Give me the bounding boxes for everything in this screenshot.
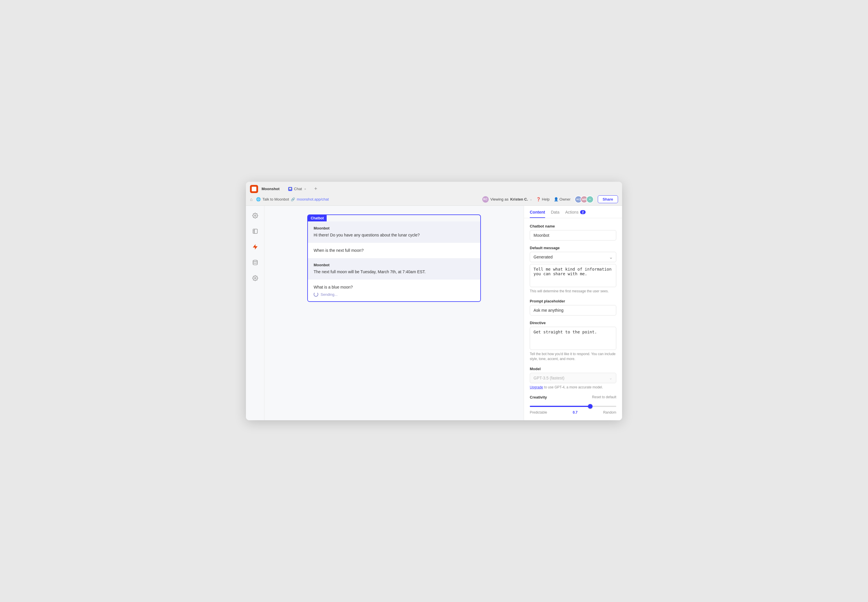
tab-close-button[interactable]: × — [304, 187, 306, 191]
creativity-label: Creativity — [530, 395, 547, 399]
panel-tabs: Content Data Actions 2 — [524, 206, 622, 218]
model-display: GPT-3.5 (fastest) ⌄ — [530, 373, 616, 383]
sidebar-item-database[interactable] — [250, 257, 261, 268]
prompt-placeholder-label: Prompt placeholder — [530, 299, 616, 303]
tab-chat[interactable]: 💬 Chat × — [284, 185, 310, 193]
tab-bar: Moonshot 💬 Chat × + — [250, 185, 618, 193]
message-block-1: Moonbot Hi there! Do you have any questi… — [308, 221, 480, 243]
panel-tab-actions-label: Actions — [565, 210, 578, 215]
model-hint-suffix: to use GPT-4, a more accurate model. — [543, 385, 603, 389]
default-message-textarea[interactable]: Tell me what kind of information you can… — [530, 264, 616, 287]
message-block-2: When is the next full moon? — [308, 243, 480, 258]
tab-new-button[interactable]: + — [312, 185, 320, 193]
avatar-group: KC MR + — [575, 196, 594, 203]
chatbot-name-group: Chatbot name — [530, 224, 616, 241]
message-text-2: When is the next full moon? — [314, 247, 474, 253]
panel-body: Chatbot name Default message Generated C… — [524, 218, 622, 420]
help-label: Help — [542, 197, 550, 201]
breadcrumb: 🌐 Talk to Moonbot 🔗 moonshot.app/chat — [256, 197, 329, 201]
sidebar-item-bolt[interactable] — [250, 242, 261, 252]
default-message-group: Default message Generated Custom ⌄ Tell … — [530, 246, 616, 294]
viewing-as: KC Viewing as Kristen C. ⌄ — [482, 196, 532, 203]
reset-default-link[interactable]: Reset to default — [592, 395, 616, 399]
main-content: Chatbot Moonbot Hi there! Do you have an… — [264, 206, 524, 420]
default-message-select[interactable]: Generated Custom — [530, 252, 616, 262]
chatbot-name-label: Chatbot name — [530, 224, 616, 228]
directive-group: Directive Get straight to the point. Tel… — [530, 321, 616, 361]
tab-chat-label: Chat — [294, 187, 302, 191]
viewing-as-label: Viewing as — [491, 197, 509, 201]
upgrade-link[interactable]: Upgrade — [530, 385, 543, 389]
message-block-4: What is a blue moon? Sending... — [308, 280, 480, 301]
sidebar — [246, 206, 264, 420]
address-bar: ⌂ 🌐 Talk to Moonbot 🔗 moonshot.app/chat … — [250, 193, 618, 206]
panel-tab-data-label: Data — [551, 210, 560, 215]
message-text-4: What is a blue moon? — [314, 284, 474, 290]
directive-textarea[interactable]: Get straight to the point. — [530, 327, 616, 350]
app-layout: Chatbot Moonbot Hi there! Do you have an… — [246, 206, 622, 420]
directive-label: Directive — [530, 321, 616, 325]
slider-left-label: Predictable — [530, 410, 547, 415]
sidebar-item-cog[interactable] — [250, 273, 261, 283]
avatar-3: + — [586, 196, 594, 203]
help-icon: ❓ — [536, 197, 541, 201]
model-label: Model — [530, 367, 616, 371]
chatbot-box: Chatbot Moonbot Hi there! Do you have an… — [307, 215, 481, 302]
model-value: GPT-3.5 (fastest) — [534, 376, 564, 380]
slider-right-label: Random — [603, 410, 616, 415]
address-url[interactable]: moonshot.app/chat — [297, 197, 329, 201]
bot-name-1: Moonbot — [314, 226, 474, 230]
slider-labels: Predictable 0.7 Random — [530, 410, 616, 415]
share-button[interactable]: Share — [598, 195, 618, 203]
prompt-placeholder-group: Prompt placeholder — [530, 299, 616, 315]
viewing-as-user: Kristen C. — [510, 197, 528, 201]
panel-tab-content[interactable]: Content — [530, 206, 545, 218]
owner-button[interactable]: 👤 Owner — [554, 197, 570, 201]
sending-row: Sending... — [314, 292, 474, 296]
slider-thumb[interactable] — [588, 404, 592, 408]
user-avatar-small: KC — [482, 196, 489, 203]
person-icon: 👤 — [554, 197, 558, 201]
right-panel: Content Data Actions 2 Chatbot name — [524, 206, 622, 420]
chatbot-name-input[interactable] — [530, 230, 616, 241]
model-chevron-icon: ⌄ — [609, 376, 612, 380]
directive-hint: Tell the bot how you'd like it to respon… — [530, 352, 616, 361]
browser-chrome: Moonshot 💬 Chat × + ⌂ 🌐 Talk to Moonbot … — [246, 182, 622, 206]
creativity-group: Creativity Reset to default Predictable … — [530, 395, 616, 415]
moonshot-logo — [250, 185, 258, 193]
tab-chat-icon: 💬 — [288, 187, 292, 191]
owner-label: Owner — [560, 197, 570, 201]
chat-messages: Moonbot Hi there! Do you have any questi… — [308, 221, 480, 301]
model-hint: Upgrade to use GPT-4, a more accurate mo… — [530, 385, 616, 390]
default-message-label: Default message — [530, 246, 616, 250]
chevron-icon: ⌄ — [530, 198, 532, 201]
breadcrumb-label: Talk to Moonbot — [262, 197, 289, 201]
sidebar-item-layout[interactable] — [250, 226, 261, 236]
default-message-select-wrapper: Generated Custom ⌄ — [530, 252, 616, 262]
address-right: KC Viewing as Kristen C. ⌄ ❓ Help 👤 Owne… — [482, 195, 618, 203]
svg-rect-1 — [253, 229, 257, 233]
creativity-row: Creativity Reset to default — [530, 395, 616, 399]
sending-text: Sending... — [321, 292, 337, 296]
panel-tab-actions[interactable]: Actions 2 — [565, 206, 585, 218]
model-group: Model GPT-3.5 (fastest) ⌄ Upgrade to use… — [530, 367, 616, 390]
help-button[interactable]: ❓ Help — [536, 197, 550, 201]
svg-point-4 — [254, 278, 256, 279]
home-button[interactable]: ⌂ — [250, 197, 253, 202]
slider-track — [530, 406, 616, 407]
actions-badge: 2 — [580, 210, 585, 214]
sending-spinner — [314, 292, 318, 296]
chatbot-label: Chatbot — [308, 215, 327, 221]
default-message-hint: This will determine the first message th… — [530, 289, 616, 294]
svg-marker-2 — [253, 244, 257, 249]
message-text-1: Hi there! Do you have any questions abou… — [314, 232, 474, 238]
prompt-placeholder-input[interactable] — [530, 305, 616, 315]
panel-tab-data[interactable]: Data — [551, 206, 560, 218]
slider-value: 0.7 — [573, 410, 578, 415]
message-block-3: Moonbot The next full moon will be Tuesd… — [308, 258, 480, 280]
sidebar-item-settings[interactable] — [250, 210, 261, 221]
link-icon: 🔗 — [291, 197, 295, 201]
svg-point-0 — [254, 215, 256, 217]
slider-wrapper — [530, 403, 616, 408]
bot-name-2: Moonbot — [314, 263, 474, 267]
